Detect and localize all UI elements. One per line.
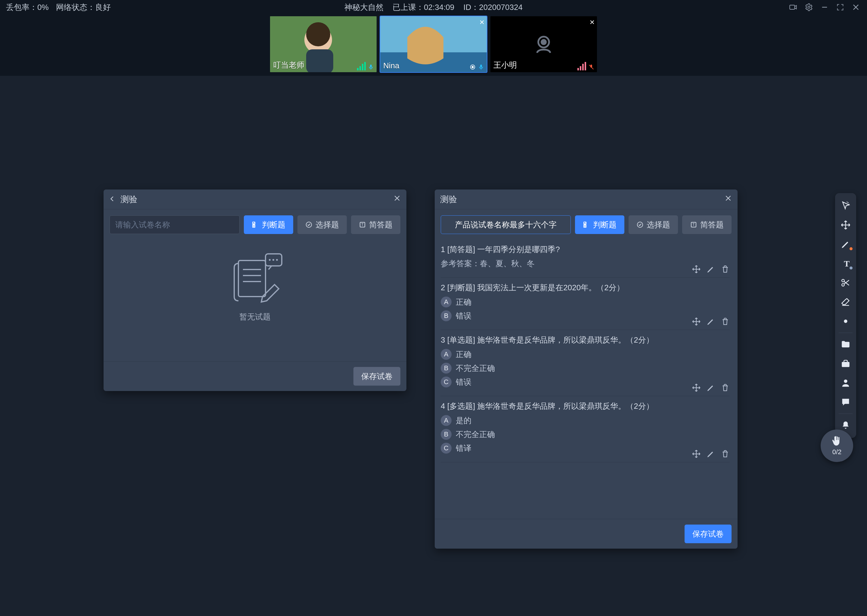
add-judge-button[interactable]: 判断题: [244, 215, 293, 234]
mic-on-icon: [478, 64, 484, 71]
svg-text:T: T: [692, 223, 695, 227]
text-tool[interactable]: T: [835, 254, 856, 273]
cursor-tool[interactable]: [835, 196, 856, 215]
svg-text:T: T: [361, 223, 364, 227]
pen-tool[interactable]: [835, 235, 856, 254]
short-icon: T: [359, 221, 366, 228]
svg-point-44: [842, 280, 845, 282]
right-toolbar: T: [835, 193, 856, 438]
titlebar-center: 神秘大自然 已上课：02:34:09 ID：2020070324: [344, 2, 523, 13]
svg-point-48: [844, 380, 847, 383]
option-text: 错误: [456, 377, 471, 387]
question-option[interactable]: B错误: [441, 310, 730, 321]
participant-name: Nina: [383, 61, 399, 71]
mic-on-icon: [367, 64, 374, 71]
svg-point-46: [844, 319, 847, 323]
panel-footer: 保存试卷: [435, 519, 738, 548]
svg-rect-47: [842, 362, 850, 367]
option-key-badge: B: [441, 310, 452, 321]
chat-tool[interactable]: [835, 393, 856, 412]
question-option[interactable]: C错译: [441, 443, 730, 454]
users-tool[interactable]: [835, 373, 856, 393]
edit-question-icon[interactable]: [706, 265, 715, 274]
laser-tool[interactable]: [835, 312, 856, 331]
question-option[interactable]: B不完全正确: [441, 363, 730, 374]
participant-tile-teacher[interactable]: 叮当老师: [270, 16, 377, 72]
add-choice-button[interactable]: 选择题: [629, 215, 678, 234]
move-tool[interactable]: [835, 215, 856, 235]
folder-tool[interactable]: [835, 335, 856, 354]
question-title: 1 [简答题] 一年四季分别是哪四季?: [441, 244, 730, 255]
question-reference: 参考答案：春、夏、秋、冬: [441, 258, 730, 269]
edit-question-icon[interactable]: [706, 317, 715, 326]
move-question-icon[interactable]: [692, 449, 701, 458]
scissors-tool[interactable]: [835, 273, 856, 292]
signal-icon: [577, 62, 586, 71]
save-quiz-button[interactable]: 保存试卷: [684, 525, 731, 543]
edit-question-icon[interactable]: [706, 449, 715, 458]
question-option[interactable]: A正确: [441, 297, 730, 307]
question-option[interactable]: C错误: [441, 377, 730, 387]
question-item: 4 [多选题] 施华洛世奇是反华品牌，所以梁鼎琪反华。（2分）A是的B不完全正确…: [441, 396, 730, 462]
delete-question-icon[interactable]: [721, 383, 730, 392]
settings-icon[interactable]: [804, 2, 814, 13]
fullscreen-icon[interactable]: [835, 2, 845, 13]
question-list[interactable]: 1 [简答题] 一年四季分别是哪四季?参考答案：春、夏、秋、冬 2 [判断题] …: [441, 239, 731, 519]
minimize-icon[interactable]: [820, 2, 830, 13]
choice-icon: [305, 221, 312, 228]
btn-label: 保存试卷: [692, 529, 724, 539]
input-value: 产品说试卷名称最多十六个字: [455, 220, 556, 230]
add-judge-button[interactable]: 判断题: [575, 215, 624, 234]
btn-label: 判断题: [262, 220, 285, 230]
add-short-button[interactable]: T 简答题: [682, 215, 731, 234]
svg-point-32: [273, 259, 274, 261]
panel-close-icon[interactable]: [724, 194, 732, 204]
option-key-badge: C: [441, 377, 452, 387]
delete-question-icon[interactable]: [721, 449, 730, 458]
svg-point-13: [472, 66, 473, 68]
close-icon[interactable]: [851, 2, 861, 13]
hand-icon: [831, 435, 843, 448]
btn-label: 简答题: [700, 220, 724, 230]
option-text: 不完全正确: [456, 363, 495, 374]
btn-label: 选择题: [315, 220, 339, 230]
question-item: 2 [判断题] 我国宪法上一次更新是在2020年。（2分）A正确B错误: [441, 278, 730, 330]
signal-icon: [357, 62, 366, 71]
titlebar: 丢包率：0% 网络状态：良好 神秘大自然 已上课：02:34:09 ID：202…: [0, 0, 867, 14]
participant-name: 王小明: [493, 60, 517, 71]
toolbox-tool[interactable]: [835, 354, 856, 373]
quiz-name-input[interactable]: [110, 215, 240, 234]
panel-header: 测验: [104, 190, 407, 209]
record-toggle-icon[interactable]: [788, 2, 798, 13]
move-question-icon[interactable]: [692, 317, 701, 326]
packet-loss-label: 丢包率：0%: [6, 2, 49, 13]
elapsed-time: 已上课：02:34:09: [393, 2, 454, 13]
tile-close-icon[interactable]: ×: [590, 17, 594, 27]
tile-close-icon[interactable]: ×: [479, 17, 484, 27]
raise-hand-button[interactable]: 0/2: [821, 429, 853, 462]
short-icon: T: [690, 221, 697, 228]
quiz-panel-empty: 测验 判断题 选择题 T 简答题: [104, 190, 407, 391]
quiz-panel-list: 测验 产品说试卷名称最多十六个字 判断题 选择题 T: [435, 190, 738, 548]
question-item: 3 [单选题] 施华洛世奇是反华品牌，所以梁鼎琪反华。（2分）A正确B不完全正确…: [441, 330, 730, 396]
participant-name: 叮当老师: [273, 60, 304, 71]
move-question-icon[interactable]: [692, 383, 701, 392]
back-icon[interactable]: [109, 195, 116, 204]
eraser-tool[interactable]: [835, 292, 856, 312]
delete-question-icon[interactable]: [721, 317, 730, 326]
svg-point-45: [842, 284, 845, 286]
participant-tile-off[interactable]: × 王小明: [490, 16, 597, 72]
save-quiz-button[interactable]: 保存试卷: [353, 367, 400, 386]
move-question-icon[interactable]: [692, 265, 701, 274]
panel-close-icon[interactable]: [393, 194, 401, 204]
question-option[interactable]: A正确: [441, 349, 730, 360]
quiz-name-field[interactable]: 产品说试卷名称最多十六个字: [441, 215, 571, 234]
participant-tile-nina[interactable]: × Nina: [380, 16, 487, 72]
delete-question-icon[interactable]: [721, 265, 730, 274]
add-short-button[interactable]: T 简答题: [351, 215, 400, 234]
question-option[interactable]: B不完全正确: [441, 429, 730, 440]
question-option[interactable]: A是的: [441, 415, 730, 426]
option-text: 是的: [456, 415, 471, 426]
add-choice-button[interactable]: 选择题: [298, 215, 347, 234]
edit-question-icon[interactable]: [706, 383, 715, 392]
